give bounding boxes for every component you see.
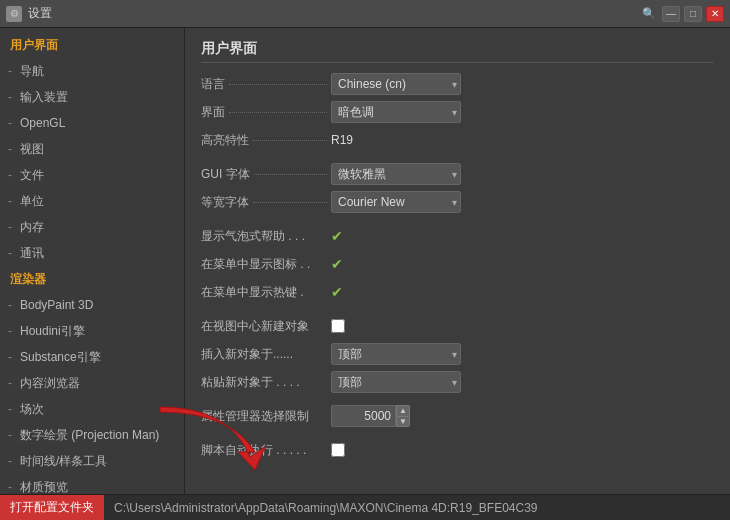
gui-font-row: GUI 字体 微软雅黑 Arial — [201, 163, 714, 185]
menu-icon-label-group: 在菜单中显示图标 . . — [201, 256, 331, 273]
menu-hotkey-label: 在菜单中显示热键 . — [201, 284, 304, 301]
interface-select-wrapper[interactable]: 暗色调 亮色调 — [331, 101, 461, 123]
mono-font-row: 等宽字体 Courier New Consolas — [201, 191, 714, 213]
sidebar-item-input[interactable]: -输入装置 — [0, 84, 184, 110]
mono-font-select[interactable]: Courier New Consolas — [331, 191, 461, 213]
minimize-button[interactable]: — — [662, 6, 680, 22]
center-new-obj-label: 在视图中心新建对象 — [201, 318, 309, 335]
config-path: C:\Users\Administrator\AppData\Roaming\M… — [104, 501, 730, 515]
center-new-obj-checkbox[interactable] — [331, 319, 345, 333]
close-button[interactable]: ✕ — [706, 6, 724, 22]
gui-font-select-wrapper[interactable]: 微软雅黑 Arial — [331, 163, 461, 185]
sidebar: 用户界面 -导航 -输入装置 -OpenGL -视图 -文件 -单位 -内存 -… — [0, 28, 185, 494]
paste-obj-label-group: 粘贴新对象于 . . . . — [201, 374, 331, 391]
titlebar: ⚙ 设置 🔍 — □ ✕ — [0, 0, 730, 28]
tooltip-label-group: 显示气泡式帮助 . . . — [201, 228, 331, 245]
maximize-button[interactable]: □ — [684, 6, 702, 22]
paste-obj-row: 粘贴新对象于 . . . . 顶部 底部 — [201, 371, 714, 393]
tooltip-row: 显示气泡式帮助 . . . ✔ — [201, 225, 714, 247]
language-label: 语言 — [201, 76, 225, 93]
script-auto-checkbox[interactable] — [331, 443, 345, 457]
mono-font-select-wrapper[interactable]: Courier New Consolas — [331, 191, 461, 213]
sidebar-item-view[interactable]: -视图 — [0, 136, 184, 162]
attr-limit-up-btn[interactable]: ▲ — [396, 405, 410, 416]
gui-font-dots — [254, 174, 327, 175]
sidebar-item-opengl[interactable]: -OpenGL — [0, 110, 184, 136]
gui-font-label-group: GUI 字体 — [201, 166, 331, 183]
sidebar-item-comm[interactable]: -通讯 — [0, 240, 184, 266]
mono-font-dots — [253, 202, 327, 203]
sidebar-item-material[interactable]: -材质预览 — [0, 474, 184, 494]
attr-limit-label-group: 属性管理器选择限制 — [201, 408, 331, 425]
interface-row: 界面 暗色调 亮色调 — [201, 101, 714, 123]
attr-limit-input[interactable] — [331, 405, 396, 427]
interface-label-group: 界面 — [201, 104, 331, 121]
highlight-dots — [253, 140, 327, 141]
sidebar-item-ui[interactable]: 用户界面 — [0, 32, 184, 58]
menu-hotkey-row: 在菜单中显示热键 . ✔ — [201, 281, 714, 303]
script-auto-label: 脚本自动执行 . . . . . — [201, 442, 306, 459]
sidebar-item-bodypaint[interactable]: -BodyPaint 3D — [0, 292, 184, 318]
menu-icon-check: ✔ — [331, 256, 343, 272]
interface-select[interactable]: 暗色调 亮色调 — [331, 101, 461, 123]
paste-obj-select[interactable]: 顶部 底部 — [331, 371, 461, 393]
sidebar-item-memory[interactable]: -内存 — [0, 214, 184, 240]
highlight-label-group: 高亮特性 — [201, 132, 331, 149]
menu-icon-label: 在菜单中显示图标 . . — [201, 256, 310, 273]
attr-limit-down-btn[interactable]: ▼ — [396, 416, 410, 427]
script-auto-label-group: 脚本自动执行 . . . . . — [201, 442, 331, 459]
menu-hotkey-check: ✔ — [331, 284, 343, 300]
highlight-label: 高亮特性 — [201, 132, 249, 149]
titlebar-controls: — □ ✕ — [662, 6, 724, 22]
sidebar-item-renderer[interactable]: 渲染器 — [0, 266, 184, 292]
sidebar-item-timeline[interactable]: -时间线/样条工具 — [0, 448, 184, 474]
tooltip-check: ✔ — [331, 228, 343, 244]
mono-font-label: 等宽字体 — [201, 194, 249, 211]
search-icon[interactable]: 🔍 — [640, 6, 658, 22]
titlebar-title: 设置 — [28, 5, 52, 22]
sidebar-item-file[interactable]: -文件 — [0, 162, 184, 188]
attr-limit-spinner: ▲ ▼ — [331, 405, 410, 427]
sidebar-item-projection[interactable]: -数字绘景 (Projection Man) — [0, 422, 184, 448]
attr-limit-spinner-btns: ▲ ▼ — [396, 405, 410, 427]
insert-obj-row: 插入新对象于...... 顶部 底部 — [201, 343, 714, 365]
main-area: 用户界面 -导航 -输入装置 -OpenGL -视图 -文件 -单位 -内存 -… — [0, 28, 730, 494]
highlight-row: 高亮特性 R19 — [201, 129, 714, 151]
insert-obj-select-wrapper[interactable]: 顶部 底部 — [331, 343, 461, 365]
language-row: 语言 Chinese (cn) English — [201, 73, 714, 95]
insert-obj-label-group: 插入新对象于...... — [201, 346, 331, 363]
sidebar-item-browser[interactable]: -内容浏览器 — [0, 370, 184, 396]
gui-font-select[interactable]: 微软雅黑 Arial — [331, 163, 461, 185]
content-area: 用户界面 语言 Chinese (cn) English 界面 暗 — [185, 28, 730, 494]
app-icon: ⚙ — [6, 6, 22, 22]
interface-dots — [229, 112, 327, 113]
script-auto-row: 脚本自动执行 . . . . . — [201, 439, 714, 461]
interface-label: 界面 — [201, 104, 225, 121]
paste-obj-select-wrapper[interactable]: 顶部 底部 — [331, 371, 461, 393]
mono-font-label-group: 等宽字体 — [201, 194, 331, 211]
insert-obj-select[interactable]: 顶部 底部 — [331, 343, 461, 365]
open-config-button[interactable]: 打开配置文件夹 — [0, 495, 104, 521]
tooltip-label: 显示气泡式帮助 . . . — [201, 228, 305, 245]
titlebar-left: ⚙ 设置 — [6, 5, 52, 22]
sidebar-item-substance[interactable]: -Substance引擎 — [0, 344, 184, 370]
highlight-value: R19 — [331, 133, 353, 147]
language-select[interactable]: Chinese (cn) English — [331, 73, 461, 95]
attr-limit-label: 属性管理器选择限制 — [201, 408, 309, 425]
bottombar: 打开配置文件夹 C:\Users\Administrator\AppData\R… — [0, 494, 730, 520]
sidebar-item-takes[interactable]: -场次 — [0, 396, 184, 422]
sidebar-item-nav[interactable]: -导航 — [0, 58, 184, 84]
menu-hotkey-label-group: 在菜单中显示热键 . — [201, 284, 331, 301]
sidebar-item-houdini[interactable]: -Houdini引擎 — [0, 318, 184, 344]
attr-limit-row: 属性管理器选择限制 ▲ ▼ — [201, 405, 714, 427]
gui-font-label: GUI 字体 — [201, 166, 250, 183]
menu-icon-row: 在菜单中显示图标 . . ✔ — [201, 253, 714, 275]
paste-obj-label: 粘贴新对象于 . . . . — [201, 374, 300, 391]
language-label-group: 语言 — [201, 76, 331, 93]
insert-obj-label: 插入新对象于...... — [201, 346, 293, 363]
section-title: 用户界面 — [201, 40, 714, 63]
center-new-obj-row: 在视图中心新建对象 — [201, 315, 714, 337]
sidebar-item-unit[interactable]: -单位 — [0, 188, 184, 214]
language-select-wrapper[interactable]: Chinese (cn) English — [331, 73, 461, 95]
language-dots — [229, 84, 327, 85]
